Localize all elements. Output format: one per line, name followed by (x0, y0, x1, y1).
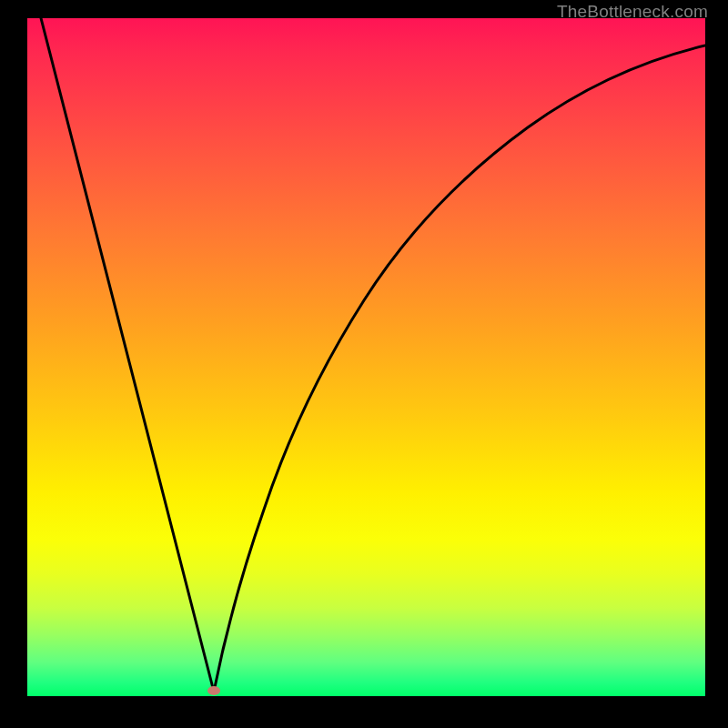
plot-area (27, 18, 705, 696)
curve-left-branch (41, 18, 214, 692)
curve-layer (27, 18, 705, 696)
minimum-marker (207, 686, 220, 695)
chart-container: TheBottleneck.com (0, 0, 728, 728)
curve-right-branch (214, 46, 705, 692)
watermark-text: TheBottleneck.com (557, 2, 708, 22)
